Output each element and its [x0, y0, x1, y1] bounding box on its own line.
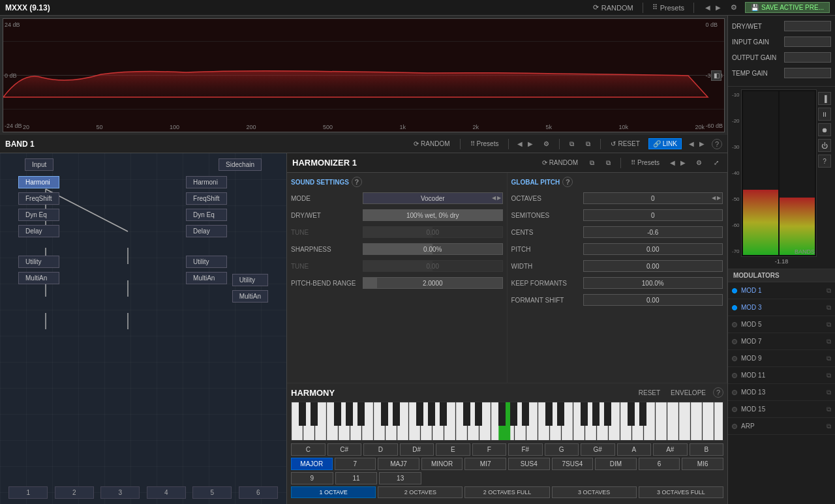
- mod-dot-11[interactable]: [732, 373, 737, 378]
- mod-dot-13[interactable]: [732, 390, 737, 395]
- harm-paste-btn[interactable]: ⧉: [603, 158, 614, 168]
- width-value[interactable]: 0.00: [583, 260, 723, 272]
- tempgain-control[interactable]: [784, 68, 831, 78]
- note-a[interactable]: A: [617, 443, 652, 456]
- paste-button[interactable]: ⧉: [583, 139, 594, 149]
- sidechain-node[interactable]: Sidechain: [219, 158, 262, 171]
- band-reset-button[interactable]: ↺ RESET: [607, 139, 643, 149]
- band-presets-button[interactable]: ⠿ Presets: [467, 139, 502, 149]
- mode-value[interactable]: Vocoder ◀ ▶: [363, 192, 503, 204]
- band-prev-arrow2[interactable]: ◀: [687, 140, 696, 147]
- mod-dot-3[interactable]: [732, 305, 737, 310]
- note-g[interactable]: G: [545, 443, 579, 456]
- note-f[interactable]: F: [472, 443, 507, 456]
- tune-slider-1[interactable]: 0.00: [363, 226, 503, 238]
- octaves-value[interactable]: 0 ◀ ▶: [583, 192, 723, 204]
- band-settings-button[interactable]: ⚙: [540, 139, 553, 149]
- multian-node-2[interactable]: MultiAn: [186, 272, 227, 284]
- mod-copy-11[interactable]: ⧉: [827, 372, 831, 379]
- node-num-3[interactable]: 3: [100, 486, 140, 499]
- mod-copy-5[interactable]: ⧉: [827, 321, 831, 329]
- outputgain-control[interactable]: [784, 52, 831, 63]
- tune-slider-2[interactable]: 0.00: [363, 260, 503, 272]
- oct-1[interactable]: 1 OCTAVE: [291, 486, 376, 498]
- scale-mi6[interactable]: MI6: [682, 458, 723, 470]
- settings-icon-btn[interactable]: ⚙: [731, 3, 737, 12]
- mod-dot-9[interactable]: [732, 356, 737, 361]
- band-next-arrow[interactable]: ▶: [526, 140, 535, 147]
- oct-2[interactable]: 2 OCTAVES: [378, 486, 463, 498]
- note-b[interactable]: B: [690, 443, 724, 456]
- mod-dot-7[interactable]: [732, 339, 737, 344]
- band-prev-arrow[interactable]: ◀: [515, 140, 524, 147]
- utility-node-2[interactable]: Utility: [186, 256, 227, 268]
- harmony-reset-btn[interactable]: RESET: [635, 388, 663, 398]
- delay-node-2[interactable]: Delay: [186, 225, 227, 237]
- expand-button[interactable]: ◧: [711, 70, 721, 81]
- note-d[interactable]: D: [363, 443, 398, 456]
- meter-pause-btn[interactable]: ⏸: [818, 108, 831, 121]
- inputgain-control[interactable]: [784, 37, 831, 47]
- harm-expand[interactable]: ⤢: [710, 158, 722, 168]
- scale-maj7[interactable]: MAJ7: [378, 458, 419, 470]
- scale-7sus4[interactable]: 7SUS4: [552, 458, 594, 470]
- formantshift-value[interactable]: 0.00: [583, 294, 723, 306]
- keepformants-value[interactable]: 100.0%: [583, 277, 723, 289]
- prev-arrow[interactable]: ◀: [703, 4, 712, 11]
- mod-dot-15[interactable]: [732, 407, 737, 412]
- next-arrow[interactable]: ▶: [714, 4, 723, 11]
- delay-node-1[interactable]: Delay: [18, 225, 59, 237]
- scale-sus4[interactable]: SUS4: [508, 458, 550, 470]
- freqshift-node-1[interactable]: FreqShift: [18, 192, 59, 205]
- input-node[interactable]: Input: [25, 158, 53, 171]
- scale-minor[interactable]: MINOR: [421, 458, 463, 470]
- dyneq-node-1[interactable]: Dyn Eq: [18, 209, 59, 221]
- drywet-slider[interactable]: 100% wet, 0% dry: [363, 209, 503, 221]
- mod-copy-13[interactable]: ⧉: [827, 389, 831, 396]
- presets-button[interactable]: ⠿ Presets: [652, 3, 684, 12]
- num-9[interactable]: 9: [291, 472, 333, 484]
- sharpness-slider[interactable]: 0.00%: [363, 243, 503, 255]
- node-num-1[interactable]: 1: [8, 486, 48, 499]
- band-next-arrow2[interactable]: ▶: [697, 140, 706, 147]
- harmony-help[interactable]: ?: [713, 387, 723, 398]
- harm-settings[interactable]: ⚙: [693, 158, 705, 168]
- help-button[interactable]: ?: [712, 139, 722, 149]
- oct-3[interactable]: 3 OCTAVES: [552, 486, 637, 498]
- freqshift-node-2[interactable]: FreqShift: [186, 192, 227, 205]
- node-num-4[interactable]: 4: [147, 486, 186, 499]
- oct-2full[interactable]: 2 OCTAVES FULL: [464, 486, 549, 498]
- multian-node-1[interactable]: MultiAn: [18, 272, 59, 284]
- oct-3full[interactable]: 3 OCTAVES FULL: [639, 486, 723, 498]
- note-ds[interactable]: D#: [400, 443, 434, 456]
- harm-prev[interactable]: ◀: [668, 159, 677, 166]
- dyneq-node-2[interactable]: Dyn Eq: [186, 209, 227, 221]
- mod-copy-9[interactable]: ⧉: [827, 355, 831, 363]
- meter-rec-btn[interactable]: ⏺: [818, 123, 831, 136]
- harmony-envelope-btn[interactable]: ENVELOPE: [667, 388, 709, 398]
- multian-node-3[interactable]: MultiAn: [232, 290, 268, 303]
- mod-copy-3[interactable]: ⧉: [827, 304, 831, 312]
- harm-presets-btn[interactable]: ⠿ Presets: [628, 158, 663, 168]
- meter-power-btn[interactable]: ⏻: [818, 139, 831, 152]
- note-fs[interactable]: F#: [508, 443, 543, 456]
- mod-copy-1[interactable]: ⧉: [827, 287, 831, 295]
- note-c[interactable]: C: [291, 443, 326, 456]
- save-button[interactable]: 💾 SAVE ACTIVE PRE...: [745, 2, 830, 13]
- mod-dot-1[interactable]: [732, 288, 737, 293]
- harm-next[interactable]: ▶: [678, 159, 688, 166]
- harmoni-node-1[interactable]: Harmoni: [18, 176, 59, 188]
- meter-help-btn[interactable]: ?: [818, 155, 831, 168]
- mod-copy-arp[interactable]: ⧉: [827, 422, 831, 430]
- drywet-control[interactable]: [784, 21, 831, 31]
- scale-6[interactable]: 6: [639, 458, 680, 470]
- utility-node-3[interactable]: Utility: [232, 274, 268, 286]
- band-random-button[interactable]: ⟳ RANDOM: [410, 139, 453, 149]
- scale-7[interactable]: 7: [335, 458, 376, 470]
- mod-copy-15[interactable]: ⧉: [827, 406, 831, 413]
- node-num-2[interactable]: 2: [55, 486, 94, 499]
- band-link-button[interactable]: 🔗 LINK: [648, 138, 682, 149]
- scale-dim[interactable]: DIM: [595, 458, 637, 470]
- mod-copy-7[interactable]: ⧉: [827, 338, 831, 346]
- node-num-5[interactable]: 5: [192, 486, 232, 499]
